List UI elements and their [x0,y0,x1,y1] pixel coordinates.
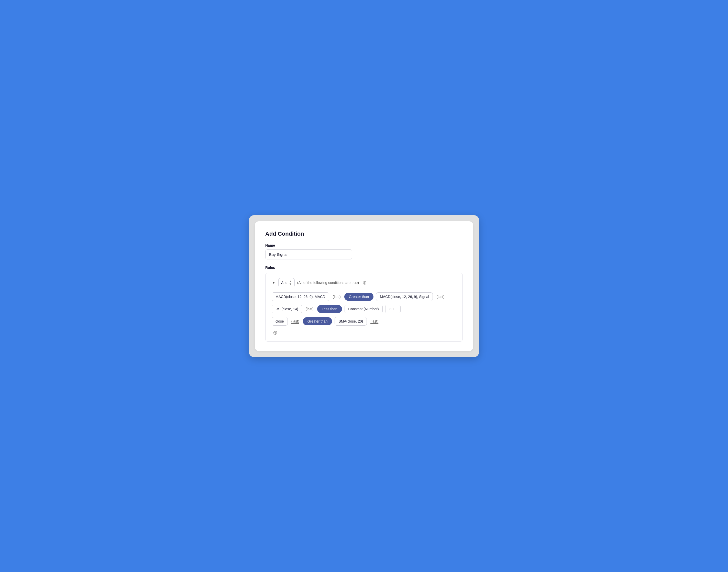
left-indicator-text: close [276,319,284,323]
add-rule-button[interactable]: ⊕ [271,329,279,336]
operator-label: Less than [322,307,338,311]
right-qualifier[interactable]: (last) [369,317,379,326]
constant-value[interactable]: 30 [385,305,401,313]
constant-value-text: 30 [389,307,394,311]
right-indicator-pill[interactable]: MACD(close, 12, 26, 9), Signal [376,292,433,301]
rule-row: MACD(close, 12, 26, 9), MACD (last) Grea… [271,292,457,301]
operator-button[interactable]: Greater than [303,317,332,326]
operator-button[interactable]: Less than [317,305,342,313]
operator-label: Greater than [307,319,328,323]
left-indicator-pill[interactable]: RSI(close, 14) [271,305,302,313]
rules-container: ▾ And ▲▼ (All of the following condition… [265,273,463,342]
condition-name-input[interactable] [265,249,352,260]
connector-arrows-icon: ▲▼ [289,280,292,285]
rules-header: ▾ And ▲▼ (All of the following condition… [271,278,457,287]
operator-button[interactable]: Greater than [344,293,374,301]
rule-row: RSI(close, 14) (last) Less than Constant… [271,305,457,313]
left-qualifier[interactable]: (last) [332,293,342,301]
right-indicator-pill[interactable]: SMA(close, 20) [335,317,367,326]
right-indicator-pill[interactable]: Constant (Number) [345,305,383,313]
left-indicator-text: RSI(close, 14) [276,307,298,311]
right-indicator-text: Constant (Number) [348,307,379,311]
left-indicator-pill[interactable]: MACD(close, 12, 26, 9), MACD [271,292,329,301]
right-indicator-text: MACD(close, 12, 26, 9), Signal [380,295,429,299]
left-indicator-text: MACD(close, 12, 26, 9), MACD [276,295,325,299]
connector-label: And [281,281,288,285]
left-qualifier[interactable]: (last) [305,305,315,313]
connector-select[interactable]: And ▲▼ [278,278,295,287]
name-label: Name [265,243,463,247]
add-rule-row: ⊕ [271,329,457,336]
left-qualifier[interactable]: (last) [290,317,300,326]
operator-label: Greater than [349,295,369,299]
rule-row: close (last) Greater than SMA(close, 20)… [271,317,457,326]
inner-card: Add Condition Name Rules ▾ And ▲▼ (All o… [255,221,473,351]
page-title: Add Condition [265,230,463,237]
collapse-button[interactable]: ▾ [271,280,276,285]
add-group-icon: ⊕ [362,280,367,286]
condition-description: (All of the following conditions are tru… [297,281,359,285]
right-qualifier[interactable]: (last) [435,293,445,301]
rules-label: Rules [265,266,463,270]
outer-card: Add Condition Name Rules ▾ And ▲▼ (All o… [249,215,479,357]
right-indicator-text: SMA(close, 20) [339,319,363,323]
left-indicator-pill[interactable]: close [271,317,288,326]
add-group-button[interactable]: ⊕ [361,280,368,286]
add-rule-icon: ⊕ [273,330,278,336]
